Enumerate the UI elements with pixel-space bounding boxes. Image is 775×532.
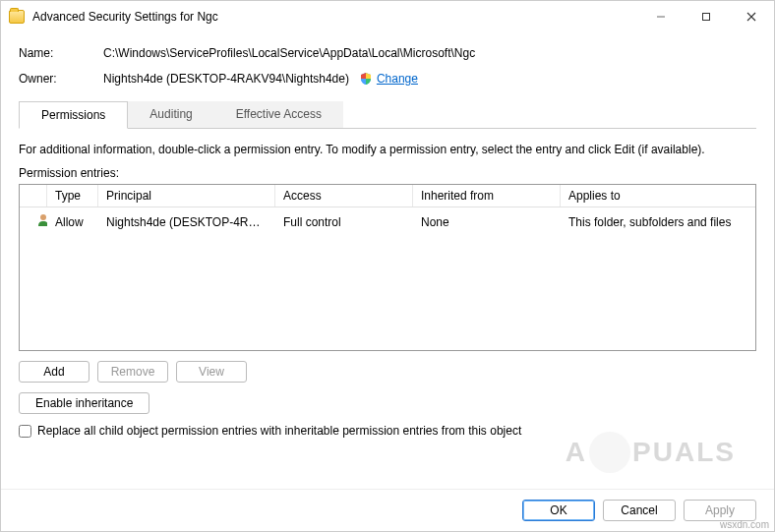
replace-checkbox-row: Replace all child object permission entr… xyxy=(19,424,756,438)
col-inherited-header[interactable]: Inherited from xyxy=(413,185,561,207)
owner-label: Owner: xyxy=(19,72,103,86)
table-header: Type Principal Access Inherited from App… xyxy=(20,185,755,207)
enable-inheritance-button[interactable]: Enable inheritance xyxy=(19,392,149,414)
tab-auditing[interactable]: Auditing xyxy=(128,101,213,128)
maximize-button[interactable] xyxy=(684,1,729,32)
permission-table: Type Principal Access Inherited from App… xyxy=(19,184,756,351)
owner-value: Nightsh4de (DESKTOP-4RAKV94\Nightsh4de) xyxy=(103,72,349,86)
cancel-button[interactable]: Cancel xyxy=(603,500,676,521)
titlebar: Advanced Security Settings for Ngc xyxy=(1,1,774,32)
svg-rect-1 xyxy=(703,14,710,21)
name-value: C:\Windows\ServiceProfiles\LocalService\… xyxy=(103,46,475,60)
row-icon-cell xyxy=(20,210,47,233)
minimize-icon xyxy=(656,12,666,22)
col-icon-header[interactable] xyxy=(20,185,47,207)
add-button[interactable]: Add xyxy=(19,361,89,383)
col-access-header[interactable]: Access xyxy=(275,185,413,207)
tabs: Permissions Auditing Effective Access xyxy=(19,101,756,129)
table-row[interactable]: Allow Nightsh4de (DESKTOP-4RAKV... Full … xyxy=(20,207,755,236)
tab-effective-access[interactable]: Effective Access xyxy=(214,101,343,128)
entries-label: Permission entries: xyxy=(19,166,756,180)
ok-button[interactable]: OK xyxy=(522,500,595,521)
col-type-header[interactable]: Type xyxy=(47,185,98,207)
col-principal-header[interactable]: Principal xyxy=(98,185,275,207)
minimize-button[interactable] xyxy=(638,1,684,32)
close-button[interactable] xyxy=(729,1,774,32)
window-title: Advanced Security Settings for Ngc xyxy=(32,10,218,24)
col-applies-header[interactable]: Applies to xyxy=(561,185,755,207)
info-text: For additional information, double-click… xyxy=(19,143,756,156)
content-area: Name: C:\Windows\ServiceProfiles\LocalSe… xyxy=(1,32,774,489)
svg-point-4 xyxy=(40,214,46,220)
view-button[interactable]: View xyxy=(176,361,247,383)
attribution-text: wsxdn.com xyxy=(720,519,769,530)
action-buttons: Add Remove View xyxy=(19,361,756,383)
replace-checkbox[interactable] xyxy=(19,425,31,438)
window-controls xyxy=(638,1,774,32)
replace-checkbox-label: Replace all child object permission entr… xyxy=(37,424,521,438)
footer-buttons: OK Cancel Apply xyxy=(1,489,774,531)
name-label: Name: xyxy=(19,46,103,60)
remove-button[interactable]: Remove xyxy=(97,361,168,383)
row-inherited: None xyxy=(413,213,561,231)
name-row: Name: C:\Windows\ServiceProfiles\LocalSe… xyxy=(19,46,756,60)
close-icon xyxy=(746,12,756,22)
tab-permissions[interactable]: Permissions xyxy=(19,101,128,129)
user-icon xyxy=(35,212,47,228)
change-link[interactable]: Change xyxy=(377,72,418,86)
owner-row: Owner: Nightsh4de (DESKTOP-4RAKV94\Night… xyxy=(19,72,756,86)
window-root: Advanced Security Settings for Ngc Name:… xyxy=(0,0,775,532)
apply-button[interactable]: Apply xyxy=(684,500,756,521)
folder-icon xyxy=(9,10,25,24)
row-applies: This folder, subfolders and files xyxy=(561,213,755,231)
shield-icon xyxy=(359,72,373,86)
maximize-icon xyxy=(701,12,711,22)
row-access: Full control xyxy=(275,213,413,231)
row-principal: Nightsh4de (DESKTOP-4RAKV... xyxy=(98,213,275,231)
row-type: Allow xyxy=(47,213,98,231)
